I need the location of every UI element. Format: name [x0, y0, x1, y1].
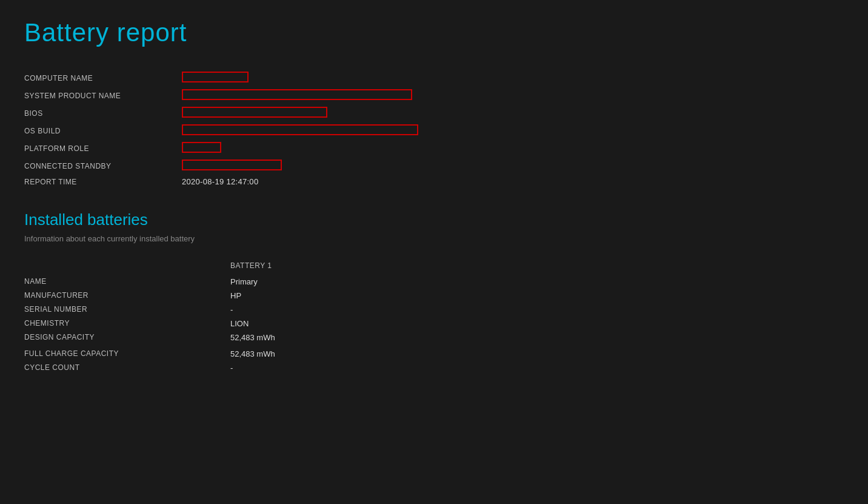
battery-manufacturer-value: HP	[230, 291, 241, 300]
system-product-name-row: SYSTEM PRODUCT NAME	[24, 89, 844, 102]
os-build-label: OS BUILD	[24, 127, 182, 135]
battery-full-charge-label: FULL CHARGE CAPACITY	[24, 349, 230, 358]
battery-name-label: NAME	[24, 277, 230, 286]
battery-header-row: BATTERY 1	[24, 261, 844, 270]
battery-chemistry-label: CHEMISTRY	[24, 319, 230, 328]
bios-row: BIOS	[24, 107, 844, 119]
battery-1-header: BATTERY 1	[230, 261, 272, 270]
bios-value	[182, 107, 327, 119]
battery-table: BATTERY 1 NAME Primary MANUFACTURER HP S…	[24, 261, 844, 372]
computer-name-value	[182, 72, 249, 84]
batteries-section-subtitle: Information about each currently install…	[24, 234, 844, 243]
batteries-section: Installed batteries Information about ea…	[24, 210, 844, 372]
platform-role-row: PLATFORM ROLE	[24, 142, 844, 155]
battery-full-charge-row: FULL CHARGE CAPACITY 52,483 mWh	[24, 349, 844, 358]
battery-cycle-count-label: CYCLE COUNT	[24, 363, 230, 372]
platform-role-label: PLATFORM ROLE	[24, 144, 182, 153]
computer-name-row: COMPUTER NAME	[24, 72, 844, 84]
system-info-table: COMPUTER NAME SYSTEM PRODUCT NAME BIOS O…	[24, 72, 844, 186]
battery-design-capacity-value: 52,483 mWh	[230, 333, 275, 342]
report-time-row: REPORT TIME 2020-08-19 12:47:00	[24, 177, 844, 186]
battery-design-capacity-label: DESIGN CAPACITY	[24, 333, 230, 342]
battery-serial-label: SERIAL NUMBER	[24, 305, 230, 314]
battery-serial-value: -	[230, 305, 233, 314]
battery-full-charge-value: 52,483 mWh	[230, 349, 275, 358]
report-time-value: 2020-08-19 12:47:00	[182, 177, 258, 186]
battery-name-row: NAME Primary	[24, 277, 844, 286]
battery-label-col-empty	[24, 261, 230, 270]
page-title: Battery report	[24, 18, 844, 47]
battery-chemistry-value: LION	[230, 319, 249, 328]
system-product-name-label: SYSTEM PRODUCT NAME	[24, 92, 182, 100]
computer-name-label: COMPUTER NAME	[24, 74, 182, 82]
battery-chemistry-row: CHEMISTRY LION	[24, 319, 844, 328]
battery-manufacturer-label: MANUFACTURER	[24, 291, 230, 300]
batteries-section-title: Installed batteries	[24, 210, 844, 229]
battery-serial-row: SERIAL NUMBER -	[24, 305, 844, 314]
system-product-name-value	[182, 89, 412, 102]
battery-cycle-count-row: CYCLE COUNT -	[24, 363, 844, 372]
report-time-label: REPORT TIME	[24, 178, 182, 186]
connected-standby-value	[182, 160, 282, 172]
os-build-value	[182, 124, 418, 137]
battery-design-capacity-row: DESIGN CAPACITY 52,483 mWh	[24, 333, 844, 342]
battery-name-value: Primary	[230, 277, 258, 286]
battery-manufacturer-row: MANUFACTURER HP	[24, 291, 844, 300]
battery-cycle-count-value: -	[230, 363, 233, 372]
bios-label: BIOS	[24, 109, 182, 118]
connected-standby-label: CONNECTED STANDBY	[24, 162, 182, 170]
platform-role-value	[182, 142, 221, 155]
os-build-row: OS BUILD	[24, 124, 844, 137]
connected-standby-row: CONNECTED STANDBY	[24, 160, 844, 172]
